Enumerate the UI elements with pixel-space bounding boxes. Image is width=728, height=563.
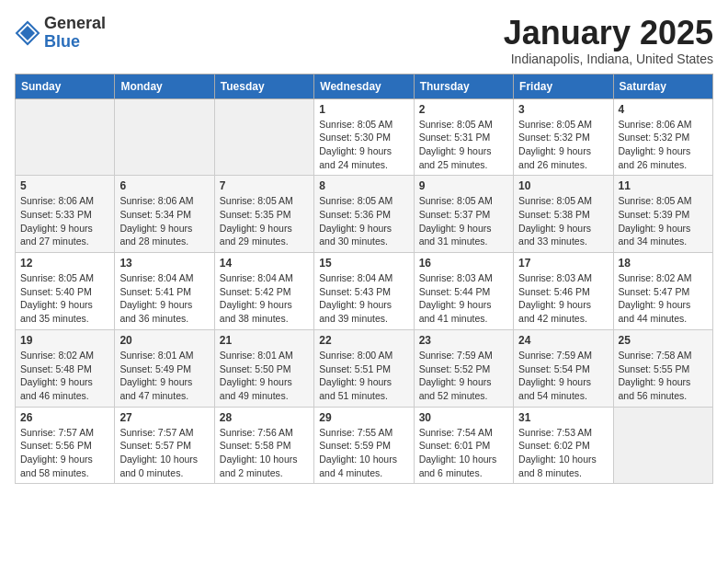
- day-number: 8: [319, 179, 408, 192]
- day-number: 22: [319, 334, 408, 347]
- day-number: 11: [619, 179, 708, 192]
- day-number: 28: [220, 411, 309, 424]
- day-number: 1: [319, 103, 408, 116]
- month-title: January 2025: [504, 15, 713, 52]
- calendar-cell: [115, 98, 214, 176]
- calendar-cell: 10Sunrise: 8:05 AM Sunset: 5:38 PM Dayli…: [514, 176, 613, 253]
- calendar-cell: [16, 98, 115, 176]
- logo: General Blue: [15, 15, 106, 52]
- day-info: Sunrise: 8:06 AM Sunset: 5:33 PM Dayligh…: [20, 194, 109, 248]
- day-info: Sunrise: 8:05 AM Sunset: 5:36 PM Dayligh…: [319, 194, 408, 248]
- day-number: 29: [319, 411, 408, 424]
- day-info: Sunrise: 7:57 AM Sunset: 5:57 PM Dayligh…: [119, 426, 209, 480]
- calendar-cell: [613, 407, 712, 484]
- day-number: 3: [518, 103, 608, 116]
- calendar-cell: 24Sunrise: 7:59 AM Sunset: 5:54 PM Dayli…: [514, 329, 613, 407]
- day-header-saturday: Saturday: [613, 74, 712, 98]
- day-number: 21: [220, 334, 309, 347]
- page-header: General Blue January 2025 Indianapolis, …: [15, 15, 713, 66]
- day-info: Sunrise: 8:01 AM Sunset: 5:49 PM Dayligh…: [119, 349, 209, 403]
- title-block: January 2025 Indianapolis, Indiana, Unit…: [504, 15, 713, 66]
- calendar-cell: 30Sunrise: 7:54 AM Sunset: 6:01 PM Dayli…: [414, 407, 513, 484]
- day-info: Sunrise: 8:05 AM Sunset: 5:31 PM Dayligh…: [419, 118, 508, 172]
- calendar-cell: [214, 98, 313, 176]
- day-number: 12: [20, 257, 109, 270]
- calendar-cell: 16Sunrise: 8:03 AM Sunset: 5:44 PM Dayli…: [414, 253, 513, 330]
- day-info: Sunrise: 7:59 AM Sunset: 5:54 PM Dayligh…: [518, 349, 608, 403]
- day-info: Sunrise: 8:06 AM Sunset: 5:32 PM Dayligh…: [619, 118, 708, 172]
- calendar-cell: 28Sunrise: 7:56 AM Sunset: 5:58 PM Dayli…: [214, 407, 313, 484]
- calendar-body: 1Sunrise: 8:05 AM Sunset: 5:30 PM Daylig…: [16, 98, 713, 484]
- location: Indianapolis, Indiana, United States: [504, 52, 713, 66]
- day-number: 18: [619, 257, 708, 270]
- day-info: Sunrise: 8:04 AM Sunset: 5:42 PM Dayligh…: [220, 271, 309, 326]
- day-number: 19: [20, 334, 109, 347]
- day-info: Sunrise: 8:05 AM Sunset: 5:37 PM Dayligh…: [419, 194, 508, 248]
- day-info: Sunrise: 8:00 AM Sunset: 5:51 PM Dayligh…: [319, 349, 408, 403]
- calendar-cell: 14Sunrise: 8:04 AM Sunset: 5:42 PM Dayli…: [214, 253, 313, 330]
- calendar-cell: 26Sunrise: 7:57 AM Sunset: 5:56 PM Dayli…: [16, 407, 115, 484]
- calendar-cell: 29Sunrise: 7:55 AM Sunset: 5:59 PM Dayli…: [314, 407, 414, 484]
- calendar-cell: 1Sunrise: 8:05 AM Sunset: 5:30 PM Daylig…: [314, 98, 414, 176]
- day-number: 5: [20, 179, 109, 192]
- logo-icon: [15, 20, 40, 46]
- day-info: Sunrise: 8:04 AM Sunset: 5:41 PM Dayligh…: [119, 271, 209, 326]
- day-header-sunday: Sunday: [16, 74, 115, 98]
- calendar-cell: 17Sunrise: 8:03 AM Sunset: 5:46 PM Dayli…: [514, 253, 613, 330]
- day-number: 2: [419, 103, 508, 116]
- day-info: Sunrise: 8:03 AM Sunset: 5:44 PM Dayligh…: [419, 271, 508, 326]
- day-number: 13: [119, 257, 209, 270]
- day-info: Sunrise: 7:56 AM Sunset: 5:58 PM Dayligh…: [220, 426, 309, 480]
- day-info: Sunrise: 7:59 AM Sunset: 5:52 PM Dayligh…: [419, 349, 508, 403]
- day-number: 27: [119, 411, 209, 424]
- day-info: Sunrise: 8:05 AM Sunset: 5:35 PM Dayligh…: [220, 194, 309, 248]
- day-number: 26: [20, 411, 109, 424]
- day-header-friday: Friday: [514, 74, 613, 98]
- day-number: 24: [518, 334, 608, 347]
- calendar-table: SundayMondayTuesdayWednesdayThursdayFrid…: [15, 74, 713, 485]
- day-info: Sunrise: 7:55 AM Sunset: 5:59 PM Dayligh…: [319, 426, 408, 480]
- calendar-cell: 22Sunrise: 8:00 AM Sunset: 5:51 PM Dayli…: [314, 329, 414, 407]
- calendar-cell: 11Sunrise: 8:05 AM Sunset: 5:39 PM Dayli…: [613, 176, 712, 253]
- day-info: Sunrise: 8:04 AM Sunset: 5:43 PM Dayligh…: [319, 271, 408, 326]
- calendar-cell: 5Sunrise: 8:06 AM Sunset: 5:33 PM Daylig…: [16, 176, 115, 253]
- calendar-cell: 25Sunrise: 7:58 AM Sunset: 5:55 PM Dayli…: [613, 329, 712, 407]
- calendar-cell: 8Sunrise: 8:05 AM Sunset: 5:36 PM Daylig…: [314, 176, 414, 253]
- day-info: Sunrise: 7:53 AM Sunset: 6:02 PM Dayligh…: [518, 426, 608, 480]
- logo-general-text: General: [44, 14, 106, 32]
- calendar-cell: 21Sunrise: 8:01 AM Sunset: 5:50 PM Dayli…: [214, 329, 313, 407]
- calendar-header: SundayMondayTuesdayWednesdayThursdayFrid…: [16, 74, 713, 98]
- calendar-cell: 15Sunrise: 8:04 AM Sunset: 5:43 PM Dayli…: [314, 253, 414, 330]
- day-header-wednesday: Wednesday: [314, 74, 414, 98]
- day-number: 9: [419, 179, 508, 192]
- calendar-cell: 20Sunrise: 8:01 AM Sunset: 5:49 PM Dayli…: [115, 329, 214, 407]
- day-number: 25: [619, 334, 708, 347]
- day-number: 10: [518, 179, 608, 192]
- calendar-cell: 9Sunrise: 8:05 AM Sunset: 5:37 PM Daylig…: [414, 176, 513, 253]
- day-number: 30: [419, 411, 508, 424]
- calendar-cell: 13Sunrise: 8:04 AM Sunset: 5:41 PM Dayli…: [115, 253, 214, 330]
- day-number: 31: [518, 411, 608, 424]
- day-number: 16: [419, 257, 508, 270]
- day-header-thursday: Thursday: [414, 74, 513, 98]
- calendar-cell: 18Sunrise: 8:02 AM Sunset: 5:47 PM Dayli…: [613, 253, 712, 330]
- day-number: 4: [619, 103, 708, 116]
- calendar-cell: 4Sunrise: 8:06 AM Sunset: 5:32 PM Daylig…: [613, 98, 712, 176]
- calendar-cell: 6Sunrise: 8:06 AM Sunset: 5:34 PM Daylig…: [115, 176, 214, 253]
- day-header-monday: Monday: [115, 74, 214, 98]
- day-number: 15: [319, 257, 408, 270]
- day-number: 6: [119, 179, 209, 192]
- calendar-cell: 3Sunrise: 8:05 AM Sunset: 5:32 PM Daylig…: [514, 98, 613, 176]
- day-info: Sunrise: 8:05 AM Sunset: 5:38 PM Dayligh…: [518, 194, 608, 248]
- day-number: 20: [119, 334, 209, 347]
- day-info: Sunrise: 8:02 AM Sunset: 5:47 PM Dayligh…: [619, 271, 708, 326]
- day-info: Sunrise: 7:57 AM Sunset: 5:56 PM Dayligh…: [20, 426, 109, 480]
- day-info: Sunrise: 7:58 AM Sunset: 5:55 PM Dayligh…: [619, 349, 708, 403]
- calendar-cell: 23Sunrise: 7:59 AM Sunset: 5:52 PM Dayli…: [414, 329, 513, 407]
- calendar-cell: 2Sunrise: 8:05 AM Sunset: 5:31 PM Daylig…: [414, 98, 513, 176]
- calendar-cell: 19Sunrise: 8:02 AM Sunset: 5:48 PM Dayli…: [16, 329, 115, 407]
- day-info: Sunrise: 8:01 AM Sunset: 5:50 PM Dayligh…: [220, 349, 309, 403]
- day-info: Sunrise: 8:02 AM Sunset: 5:48 PM Dayligh…: [20, 349, 109, 403]
- day-info: Sunrise: 8:06 AM Sunset: 5:34 PM Dayligh…: [119, 194, 209, 248]
- day-number: 23: [419, 334, 508, 347]
